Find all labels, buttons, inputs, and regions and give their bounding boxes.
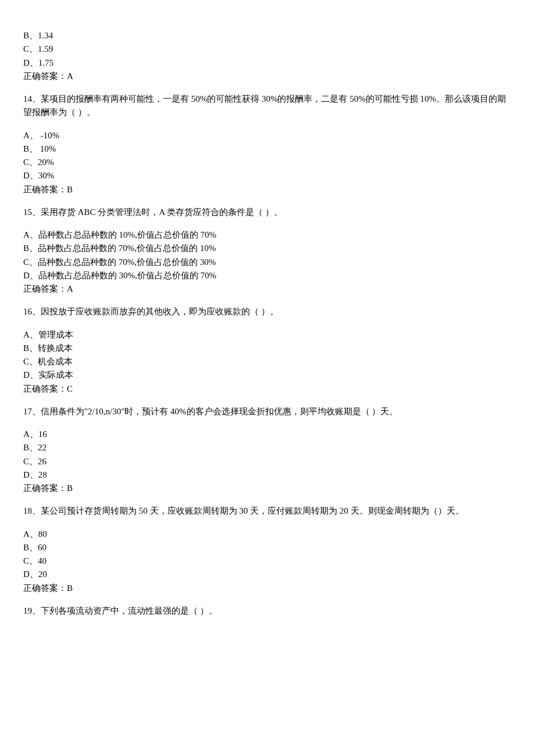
question-13-tail: B、1.34 C、1.59 D、1.75 正确答案：A	[23, 29, 512, 83]
option-a: A、80	[23, 528, 512, 541]
option-d: D、30%	[23, 169, 512, 182]
question-19-stem: 19、下列各项流动资产中，流动性最强的是（ ）。	[23, 604, 512, 618]
option-c: C、机会成本	[23, 355, 512, 368]
option-c: C、20%	[23, 156, 512, 169]
option-d: D、品种数占总品种数的 30%,价值占总价值的 70%	[23, 269, 512, 282]
option-b: B、1.34	[23, 29, 512, 42]
option-d: D、20	[23, 568, 512, 581]
option-c: C、品种数占总品种数的 70%,价值占总价值的 30%	[23, 256, 512, 269]
answer-label: 正确答案：C	[23, 382, 512, 396]
answer-label: 正确答案：B	[23, 582, 512, 595]
question-15-options: A、品种数占总品种数的 10%,价值占总价值的 70% B、品种数占总品种数的 …	[23, 228, 512, 296]
answer-label: 正确答案：B	[23, 183, 512, 196]
option-b: B、22	[23, 441, 512, 454]
answer-label: 正确答案：A	[23, 282, 512, 296]
answer-label: 正确答案：A	[23, 70, 512, 83]
question-17-stem: 17、信用条件为"2/10,n/30"时，预计有 40%的客户会选择现金折扣优惠…	[23, 405, 512, 418]
option-b: B、转换成本	[23, 342, 512, 355]
option-a: A、 -10%	[23, 129, 512, 142]
question-18-stem: 18、某公司预计存货周转期为 50 天，应收账款周转期为 30 天，应付账款周转…	[23, 504, 512, 518]
option-b: B、品种数占总品种数的 70%,价值占总价值的 10%	[23, 242, 512, 255]
question-15-stem: 15、采用存货 ABC 分类管理法时，A 类存货应符合的条件是（ ）。	[23, 206, 512, 219]
option-d: D、实际成本	[23, 368, 512, 382]
option-a: A、16	[23, 428, 512, 441]
option-b: B、60	[23, 541, 512, 554]
question-14-stem: 14、某项目的报酬率有两种可能性，一是有 50%的可能性获得 30%的报酬率，二…	[23, 92, 512, 120]
option-c: C、1.59	[23, 42, 512, 56]
option-d: D、1.75	[23, 56, 512, 70]
question-18-options: A、80 B、60 C、40 D、20 正确答案：B	[23, 528, 512, 595]
option-b: B、 10%	[23, 142, 512, 156]
answer-label: 正确答案：B	[23, 482, 512, 495]
option-d: D、28	[23, 468, 512, 482]
option-a: A、品种数占总品种数的 10%,价值占总价值的 70%	[23, 228, 512, 242]
option-c: C、40	[23, 554, 512, 568]
option-a: A、管理成本	[23, 328, 512, 342]
question-16-options: A、管理成本 B、转换成本 C、机会成本 D、实际成本 正确答案：C	[23, 328, 512, 396]
question-14-options: A、 -10% B、 10% C、20% D、30% 正确答案：B	[23, 129, 512, 196]
question-17-options: A、16 B、22 C、26 D、28 正确答案：B	[23, 428, 512, 495]
question-16-stem: 16、因投放于应收账款而放弃的其他收入，即为应收账款的（ ）。	[23, 305, 512, 318]
option-c: C、26	[23, 455, 512, 468]
